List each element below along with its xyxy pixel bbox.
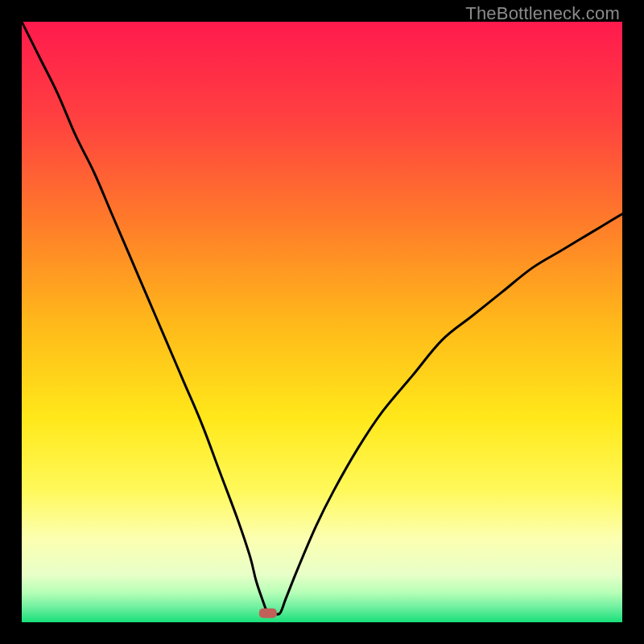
optimal-point-marker	[259, 609, 277, 618]
gradient-background	[22, 22, 622, 622]
bottleneck-chart	[22, 22, 622, 622]
chart-frame	[22, 22, 622, 622]
